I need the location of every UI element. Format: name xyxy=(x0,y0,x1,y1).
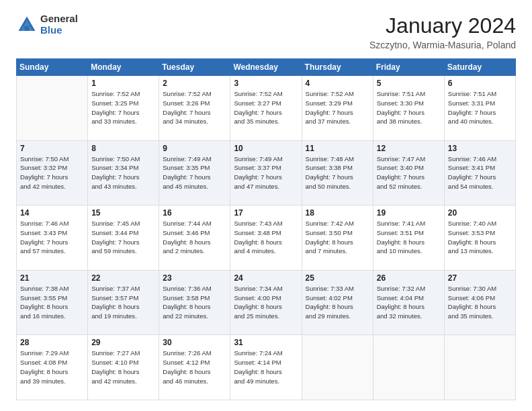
calendar-cell-w5-d5 xyxy=(373,335,444,400)
logo-icon xyxy=(16,14,38,36)
col-sunday: Sunday xyxy=(17,59,88,76)
day-info: Sunrise: 7:42 AM Sunset: 3:50 PM Dayligh… xyxy=(306,219,369,256)
day-number: 8 xyxy=(91,144,155,153)
day-info: Sunrise: 7:27 AM Sunset: 4:10 PM Dayligh… xyxy=(91,349,155,385)
day-number: 4 xyxy=(306,79,369,88)
col-tuesday: Tuesday xyxy=(159,59,230,76)
calendar-cell-w1-d2: 2Sunrise: 7:52 AM Sunset: 3:26 PM Daylig… xyxy=(159,76,230,141)
day-number: 16 xyxy=(163,208,226,218)
day-info: Sunrise: 7:40 AM Sunset: 3:53 PM Dayligh… xyxy=(448,219,512,256)
day-info: Sunrise: 7:46 AM Sunset: 3:43 PM Dayligh… xyxy=(20,219,84,256)
calendar-cell-w1-d6: 6Sunrise: 7:51 AM Sunset: 3:31 PM Daylig… xyxy=(444,76,515,141)
day-number: 2 xyxy=(163,79,226,88)
day-info: Sunrise: 7:38 AM Sunset: 3:55 PM Dayligh… xyxy=(20,284,84,321)
calendar-cell-w4-d2: 23Sunrise: 7:36 AM Sunset: 3:58 PM Dayli… xyxy=(159,270,230,335)
calendar-cell-w4-d6: 27Sunrise: 7:30 AM Sunset: 4:06 PM Dayli… xyxy=(444,270,515,335)
day-number: 29 xyxy=(91,338,155,347)
calendar-cell-w4-d1: 22Sunrise: 7:37 AM Sunset: 3:57 PM Dayli… xyxy=(88,270,159,335)
calendar-table: Sunday Monday Tuesday Wednesday Thursday… xyxy=(16,58,516,400)
day-number: 26 xyxy=(377,273,441,283)
logo: General Blue xyxy=(16,13,78,36)
calendar-title: January 2024 xyxy=(369,13,516,38)
calendar-cell-w3-d4: 18Sunrise: 7:42 AM Sunset: 3:50 PM Dayli… xyxy=(302,205,373,271)
calendar-cell-w3-d6: 20Sunrise: 7:40 AM Sunset: 3:53 PM Dayli… xyxy=(444,205,515,271)
week-row-3: 14Sunrise: 7:46 AM Sunset: 3:43 PM Dayli… xyxy=(17,205,516,271)
day-number: 24 xyxy=(234,273,298,283)
day-number: 3 xyxy=(234,79,298,88)
col-saturday: Saturday xyxy=(444,59,515,76)
col-friday: Friday xyxy=(373,59,444,76)
header: General Blue January 2024 Szczytno, Warm… xyxy=(16,13,516,50)
calendar-cell-w5-d6 xyxy=(444,335,515,400)
day-info: Sunrise: 7:45 AM Sunset: 3:44 PM Dayligh… xyxy=(91,219,155,256)
calendar-cell-w2-d1: 8Sunrise: 7:50 AM Sunset: 3:34 PM Daylig… xyxy=(88,140,159,205)
calendar-cell-w1-d0 xyxy=(17,76,88,141)
page: General Blue January 2024 Szczytno, Warm… xyxy=(0,0,532,411)
calendar-header-row: Sunday Monday Tuesday Wednesday Thursday… xyxy=(17,59,516,76)
day-info: Sunrise: 7:52 AM Sunset: 3:26 PM Dayligh… xyxy=(163,89,226,126)
day-info: Sunrise: 7:52 AM Sunset: 3:25 PM Dayligh… xyxy=(91,89,155,126)
day-number: 30 xyxy=(163,338,226,347)
title-block: January 2024 Szczytno, Warmia-Masuria, P… xyxy=(369,13,516,50)
day-info: Sunrise: 7:51 AM Sunset: 3:30 PM Dayligh… xyxy=(377,89,441,126)
day-info: Sunrise: 7:26 AM Sunset: 4:12 PM Dayligh… xyxy=(163,349,226,385)
day-info: Sunrise: 7:37 AM Sunset: 3:57 PM Dayligh… xyxy=(91,284,155,321)
calendar-cell-w2-d4: 11Sunrise: 7:48 AM Sunset: 3:38 PM Dayli… xyxy=(302,140,373,205)
logo-blue-text: Blue xyxy=(40,25,78,36)
calendar-cell-w4-d0: 21Sunrise: 7:38 AM Sunset: 3:55 PM Dayli… xyxy=(17,270,88,335)
logo-text: General Blue xyxy=(40,13,78,36)
day-number: 11 xyxy=(306,144,369,153)
calendar-cell-w2-d6: 13Sunrise: 7:46 AM Sunset: 3:41 PM Dayli… xyxy=(444,140,515,205)
logo-general-text: General xyxy=(40,13,78,25)
day-number: 22 xyxy=(91,273,155,283)
day-info: Sunrise: 7:50 AM Sunset: 3:32 PM Dayligh… xyxy=(20,154,84,191)
calendar-cell-w5-d3: 31Sunrise: 7:24 AM Sunset: 4:14 PM Dayli… xyxy=(230,335,302,400)
day-info: Sunrise: 7:49 AM Sunset: 3:37 PM Dayligh… xyxy=(234,154,298,191)
day-number: 19 xyxy=(377,208,441,218)
day-number: 5 xyxy=(377,79,441,88)
col-monday: Monday xyxy=(88,59,159,76)
day-info: Sunrise: 7:24 AM Sunset: 4:14 PM Dayligh… xyxy=(234,349,298,385)
day-info: Sunrise: 7:47 AM Sunset: 3:40 PM Dayligh… xyxy=(377,154,441,191)
calendar-cell-w1-d4: 4Sunrise: 7:52 AM Sunset: 3:29 PM Daylig… xyxy=(302,76,373,141)
day-info: Sunrise: 7:36 AM Sunset: 3:58 PM Dayligh… xyxy=(163,284,226,321)
calendar-location: Szczytno, Warmia-Masuria, Poland xyxy=(369,40,516,50)
calendar-cell-w4-d4: 25Sunrise: 7:33 AM Sunset: 4:02 PM Dayli… xyxy=(302,270,373,335)
calendar-cell-w1-d5: 5Sunrise: 7:51 AM Sunset: 3:30 PM Daylig… xyxy=(373,76,444,141)
day-info: Sunrise: 7:46 AM Sunset: 3:41 PM Dayligh… xyxy=(448,154,512,191)
day-info: Sunrise: 7:30 AM Sunset: 4:06 PM Dayligh… xyxy=(448,284,512,321)
svg-rect-2 xyxy=(24,26,29,30)
calendar-cell-w5-d2: 30Sunrise: 7:26 AM Sunset: 4:12 PM Dayli… xyxy=(159,335,230,400)
day-number: 7 xyxy=(20,144,84,153)
week-row-5: 28Sunrise: 7:29 AM Sunset: 4:08 PM Dayli… xyxy=(17,335,516,400)
week-row-1: 1Sunrise: 7:52 AM Sunset: 3:25 PM Daylig… xyxy=(17,76,516,141)
calendar-cell-w2-d5: 12Sunrise: 7:47 AM Sunset: 3:40 PM Dayli… xyxy=(373,140,444,205)
day-number: 14 xyxy=(20,208,84,218)
day-number: 27 xyxy=(448,273,512,283)
calendar-cell-w5-d4 xyxy=(302,335,373,400)
day-number: 18 xyxy=(306,208,369,218)
day-number: 31 xyxy=(234,338,298,347)
day-info: Sunrise: 7:32 AM Sunset: 4:04 PM Dayligh… xyxy=(377,284,441,321)
calendar-cell-w1-d1: 1Sunrise: 7:52 AM Sunset: 3:25 PM Daylig… xyxy=(88,76,159,141)
day-number: 17 xyxy=(234,208,298,218)
week-row-2: 7Sunrise: 7:50 AM Sunset: 3:32 PM Daylig… xyxy=(17,140,516,205)
day-info: Sunrise: 7:49 AM Sunset: 3:35 PM Dayligh… xyxy=(163,154,226,191)
calendar-cell-w5-d0: 28Sunrise: 7:29 AM Sunset: 4:08 PM Dayli… xyxy=(17,335,88,400)
calendar-cell-w3-d2: 16Sunrise: 7:44 AM Sunset: 3:46 PM Dayli… xyxy=(159,205,230,271)
day-number: 10 xyxy=(234,144,298,153)
week-row-4: 21Sunrise: 7:38 AM Sunset: 3:55 PM Dayli… xyxy=(17,270,516,335)
day-number: 20 xyxy=(448,208,512,218)
day-number: 23 xyxy=(163,273,226,283)
calendar-cell-w1-d3: 3Sunrise: 7:52 AM Sunset: 3:27 PM Daylig… xyxy=(230,76,302,141)
col-thursday: Thursday xyxy=(302,59,373,76)
calendar-cell-w2-d3: 10Sunrise: 7:49 AM Sunset: 3:37 PM Dayli… xyxy=(230,140,302,205)
day-number: 6 xyxy=(448,79,512,88)
day-number: 9 xyxy=(163,144,226,153)
day-info: Sunrise: 7:29 AM Sunset: 4:08 PM Dayligh… xyxy=(20,349,84,385)
day-number: 1 xyxy=(91,79,155,88)
day-info: Sunrise: 7:50 AM Sunset: 3:34 PM Dayligh… xyxy=(91,154,155,191)
day-info: Sunrise: 7:43 AM Sunset: 3:48 PM Dayligh… xyxy=(234,219,298,256)
day-number: 13 xyxy=(448,144,512,153)
col-wednesday: Wednesday xyxy=(230,59,302,76)
